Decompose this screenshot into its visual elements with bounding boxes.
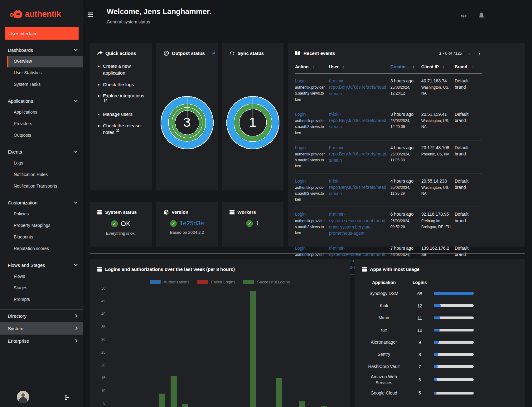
event-creation-cell: 6 hours ago 25/03/2024, 09:52:28	[390, 211, 421, 236]
sidebar-group: Dashboards Overview User Statistics	[0, 44, 83, 91]
event-user-link[interactable]: tf-mimir-system:serviceaccount:monitorin…	[329, 211, 387, 236]
version-value-link[interactable]: 1e25d3e	[180, 220, 204, 227]
sort-asc-icon: ↑	[412, 65, 414, 69]
sidebar-item[interactable]: Flows	[7, 271, 83, 282]
event-user-link[interactable]: tf-mimir-repo:BeryJu/k8s:ref:refs/heads/…	[329, 78, 387, 97]
sidebar-item[interactable]: Applications	[7, 107, 83, 118]
sidebar-item-label: Applications	[14, 110, 37, 115]
event-user-link[interactable]: tf-loki-repo:BeryJu/k8s:ref:refs/heads/m…	[329, 111, 387, 130]
notifications-bell-icon[interactable]	[479, 12, 484, 18]
quick-action-link[interactable]: Manage users	[103, 111, 145, 118]
avatar[interactable]	[17, 391, 29, 403]
event-action-link[interactable]: Login	[295, 78, 325, 84]
quick-action-link[interactable]: Explore integrations	[103, 92, 145, 106]
event-ip: 92.116.178.95	[421, 211, 451, 217]
sidebar-item[interactable]: Notification Transports	[7, 181, 83, 192]
event-action-link[interactable]: Login	[295, 111, 325, 117]
events-column-header[interactable]: User↕↑	[329, 64, 390, 69]
sidebar-item[interactable]: Logs	[7, 158, 83, 169]
sidebar-group-header[interactable]: Applications	[0, 95, 83, 107]
event-action-link[interactable]: Login	[295, 178, 325, 184]
sidebar-item[interactable]: Providers	[7, 118, 83, 130]
sidebar: authentik User interface Dashboards Over…	[0, 0, 83, 407]
sidebar-item[interactable]: Overview	[7, 56, 83, 67]
hamburger-menu-icon[interactable]	[88, 12, 93, 17]
sidebar-group-header[interactable]: Events	[0, 146, 83, 158]
event-ip: 20.55.14.238	[421, 178, 451, 184]
quick-action-link[interactable]: Check the release notes	[103, 122, 145, 136]
quick-action-link[interactable]: Check the logs	[103, 81, 145, 88]
sidebar-item-label: Providers	[14, 121, 32, 126]
event-creation-cell: 4 hours ago 25/03/2024, 11:35:29	[390, 178, 421, 203]
sidebar-item[interactable]: Blueprints	[7, 232, 83, 243]
sidebar-group-collapsed[interactable]: Enterprise	[0, 335, 83, 347]
event-brand-cell: Default brand	[455, 78, 482, 103]
events-column-header[interactable]: Creatio...↕↑	[390, 64, 421, 69]
sidebar-group-collapsed[interactable]: System	[0, 322, 83, 335]
app-usage-progress-fill	[434, 329, 440, 331]
event-brand: Default brand	[455, 245, 478, 258]
chart-bar	[182, 404, 188, 407]
recent-events-title: Recent events	[295, 51, 335, 56]
workers-card: Workers ✓ 1	[222, 202, 283, 247]
external-link-icon	[116, 129, 119, 132]
event-row: Login authentik.providers.oauth2.views.t…	[295, 107, 482, 140]
link-icon[interactable]	[211, 51, 216, 56]
sidebar-group-header[interactable]: Flows and Stages	[0, 259, 83, 271]
sidebar-item-label: Policies	[14, 211, 29, 216]
logout-icon[interactable]	[65, 395, 70, 400]
pagination-prev-icon[interactable]: ‹	[466, 50, 472, 56]
event-user-link[interactable]: tf-loki-repo:BeryJu/k8s:ref:refs/heads/m…	[329, 178, 387, 197]
event-context: authentik.providers.oauth2.views.token	[295, 185, 325, 203]
event-age: 3 hours ago	[390, 111, 418, 117]
chevron-right-icon	[74, 314, 77, 317]
sidebar-item[interactable]: Prompts	[7, 294, 83, 306]
user-interface-button[interactable]: User interface	[5, 27, 79, 40]
event-brand: Default brand	[455, 78, 478, 91]
sidebar-item[interactable]: System Tasks	[7, 79, 83, 91]
api-code-icon[interactable]: </>	[461, 13, 467, 18]
event-ip: 20.172.43.108	[421, 145, 451, 151]
events-column-header[interactable]: Brand↕↑	[455, 64, 482, 69]
sidebar-group-header[interactable]: Dashboards	[0, 44, 83, 56]
system-status-title: System status	[90, 202, 152, 215]
quick-action-link[interactable]: Create a new application	[103, 63, 145, 76]
sidebar-item[interactable]: Stages	[7, 282, 83, 294]
sidebar-item[interactable]: Property Mappings	[7, 220, 83, 232]
event-action-link[interactable]: Login	[295, 211, 325, 217]
app-usage-progress-fill	[434, 353, 438, 356]
event-action-cell: Login authentik.providers.oauth2.views.t…	[295, 178, 329, 203]
app-usage-progress-bar	[434, 341, 474, 344]
sidebar-item[interactable]: Outposts	[7, 130, 83, 141]
event-action-link[interactable]: Login	[295, 245, 325, 251]
event-client-ip-cell: 20.172.43.108 Phoenix, US, NA	[421, 145, 455, 169]
sidebar-group-items: Logs Notification Rules Notification Tra…	[7, 158, 83, 192]
app-name: Amazon Web Services	[362, 373, 406, 387]
sidebar-group-header[interactable]: Customization	[0, 197, 83, 208]
pagination-next-icon[interactable]: ›	[476, 50, 482, 56]
chevron-down-icon	[74, 98, 77, 102]
sidebar-item[interactable]: Policies	[7, 208, 83, 220]
sidebar-group: Applications Applications Providers	[0, 95, 83, 141]
event-user-link[interactable]: tf-mimir-repo:BeryJu/k8s:ref:refs/heads/…	[329, 145, 387, 164]
chevron-down-icon	[74, 200, 77, 203]
chevron-right-icon	[74, 339, 77, 342]
event-brand-cell: Default brand	[455, 211, 482, 236]
sidebar-item-label: User Statistics	[14, 70, 41, 75]
sidebar-item[interactable]: Notification Rules	[7, 169, 83, 181]
event-ip: 20.51.159.41	[421, 111, 451, 117]
app-login-count: 7	[406, 364, 434, 369]
sidebar-item-label: System Tasks	[14, 82, 41, 87]
server-icon	[362, 267, 367, 272]
sidebar-group-collapsed[interactable]: Directory	[0, 310, 83, 322]
event-user-cell: tf-loki-repo:BeryJu/k8s:ref:refs/heads/m…	[329, 111, 390, 136]
apps-usage-table: Application Logins Synology DSM 68	[362, 280, 518, 399]
events-column-header[interactable]: Action↕↑	[295, 64, 329, 69]
sidebar-item[interactable]: User Statistics	[7, 67, 83, 79]
event-brand-cell: Default brand	[455, 145, 482, 169]
event-timestamp: 25/03/2024, 12:20:05	[390, 118, 418, 130]
event-client-ip-cell: 20.51.159.41 Washington, US, NA	[421, 111, 455, 136]
sidebar-item[interactable]: Reputation scores	[7, 243, 83, 255]
event-action-link[interactable]: Login	[295, 145, 325, 151]
events-column-header[interactable]: Client IP↕↑	[421, 64, 455, 69]
